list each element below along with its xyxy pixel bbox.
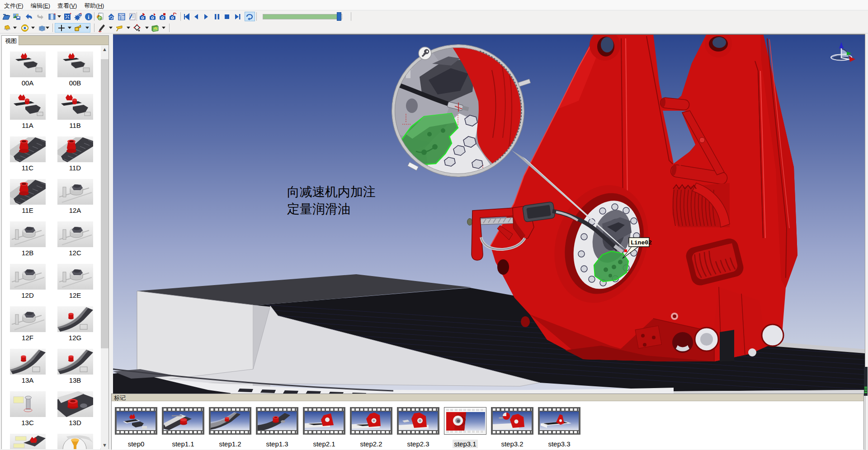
- svg-text:Line02: Line02: [631, 239, 652, 246]
- svg-text:向减速机内加注: 向减速机内加注: [287, 185, 376, 199]
- svg-text:定量润滑油: 定量润滑油: [287, 202, 350, 216]
- svg-text:BOM: BOM: [118, 14, 125, 17]
